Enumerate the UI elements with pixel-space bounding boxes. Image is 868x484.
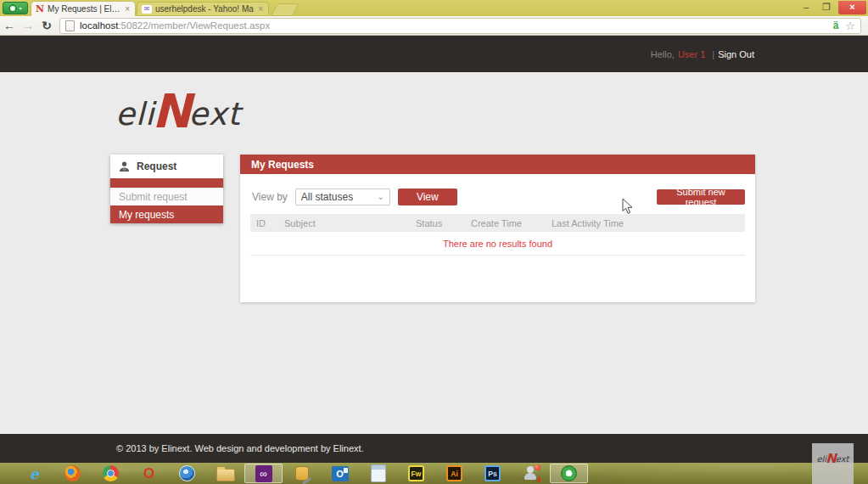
- ai-glyph: Ai: [446, 465, 462, 481]
- browser-toolbar: ← → ↻ localhost :50822/member/ViewReques…: [0, 16, 868, 36]
- column-header-create-time: Create Time: [465, 218, 546, 228]
- minimize-button[interactable]: –: [796, 1, 816, 14]
- empty-results-message: There are no results found: [443, 239, 552, 249]
- wm-text: ext: [836, 454, 849, 464]
- column-header-id: ID: [250, 218, 278, 228]
- filter-controls: View by All statuses ⌄ View Submit new r…: [252, 189, 745, 205]
- close-button[interactable]: ×: [838, 1, 866, 14]
- taskbar: e O ∞ O Fw Ai Ps 4 ▴: [0, 463, 868, 484]
- sign-out-link[interactable]: Sign Out: [718, 49, 754, 59]
- opera-icon[interactable]: O: [130, 463, 168, 484]
- wm-accent: N: [826, 451, 837, 466]
- calculator-icon[interactable]: [359, 463, 397, 484]
- divider: |: [712, 49, 714, 59]
- window-controls: – ❐ ×: [796, 0, 866, 14]
- logo-text: eli: [115, 96, 154, 132]
- firefox-icon[interactable]: [53, 463, 92, 484]
- screen: ▾ N My Requests | Eli HelpDes × ✉ userhe…: [0, 0, 868, 484]
- restore-button[interactable]: ❐: [816, 1, 837, 14]
- watermark-logo: eliNext: [812, 449, 854, 465]
- logo-accent: N: [152, 84, 191, 138]
- mouse-cursor: [622, 198, 634, 215]
- chrome-glyph: [103, 465, 119, 481]
- person-glyph: 4: [524, 465, 539, 481]
- url-path: :50822/member/ViewRequest.aspx: [118, 20, 270, 31]
- sidebar-item-label: Submit request: [119, 191, 188, 203]
- empty-results-row: There are no results found: [250, 232, 745, 256]
- column-header-subject: Subject: [278, 218, 410, 228]
- tab-title: userhelpdesk - Yahoo! Ma: [155, 4, 254, 14]
- copyright-text: © 2013 by Elinext. Web design and develo…: [0, 434, 868, 463]
- forward-icon[interactable]: →: [19, 19, 37, 32]
- visual-studio-icon[interactable]: ∞: [244, 464, 283, 483]
- sidebar-item-submit-request[interactable]: Submit request: [110, 188, 223, 205]
- sidebar-red-divider: [110, 178, 223, 188]
- ps-glyph: Ps: [484, 465, 501, 481]
- folder-glyph: [216, 469, 235, 481]
- url-host: localhost: [80, 20, 118, 31]
- illustrator-icon[interactable]: Ai: [435, 463, 473, 484]
- sidebar-header-request[interactable]: Request: [110, 155, 223, 178]
- column-header-last-activity: Last Activity Time: [546, 218, 745, 228]
- my-requests-panel: My Requests View by All statuses ⌄ View …: [240, 155, 755, 302]
- taskbar-icons: e O ∞ O Fw Ai Ps 4: [15, 463, 588, 484]
- elinext-logo[interactable]: eliNext: [115, 82, 241, 136]
- username-link[interactable]: User 1: [678, 49, 705, 59]
- green-browser-logo-icon: [8, 4, 17, 13]
- photoshop-icon[interactable]: Ps: [473, 463, 512, 484]
- translate-icon[interactable]: ä: [833, 20, 839, 31]
- chevron-down-icon: ⌄: [377, 193, 384, 201]
- person-icon: [119, 161, 130, 172]
- logo-text: ext: [188, 96, 241, 132]
- new-tab-button[interactable]: [271, 3, 300, 16]
- page-icon: [65, 20, 75, 31]
- sidebar-item-my-requests[interactable]: My requests: [110, 205, 223, 223]
- user-line: Hello, User 1 | Sign Out: [651, 36, 754, 72]
- green-browser-glyph: [561, 465, 577, 481]
- tab-close-icon[interactable]: ×: [257, 4, 264, 14]
- chevron-down-icon: ▾: [19, 6, 21, 11]
- chrome-icon[interactable]: [92, 463, 130, 484]
- tab-my-requests[interactable]: N My Requests | Eli HelpDes ×: [31, 2, 135, 16]
- tab-close-icon[interactable]: ×: [124, 4, 131, 14]
- tab-title: My Requests | Eli HelpDes: [48, 4, 120, 14]
- tab-yahoo-mail[interactable]: ✉ userhelpdesk - Yahoo! Ma ×: [137, 2, 269, 16]
- results-table: ID Subject Status Create Time Last Activ…: [250, 214, 745, 256]
- elinext-watermark: eliNext: [812, 443, 854, 484]
- reload-icon[interactable]: ↻: [37, 19, 56, 32]
- bookmark-star-icon[interactable]: ☆: [845, 20, 855, 32]
- browser-tab-strip: ▾ N My Requests | Eli HelpDes × ✉ userhe…: [0, 0, 868, 16]
- view-button[interactable]: View: [398, 189, 457, 205]
- helpdesk-favicon: N: [36, 3, 44, 14]
- badge-count: 4: [536, 476, 540, 484]
- submit-new-request-button[interactable]: Submit new request: [657, 189, 745, 205]
- greeting-text: Hello,: [651, 49, 675, 59]
- outlook-icon[interactable]: O: [321, 463, 359, 484]
- internet-explorer-icon[interactable]: e: [15, 463, 53, 484]
- green-browser-taskbar-icon[interactable]: [550, 464, 588, 483]
- outlook-glyph: O: [332, 466, 349, 481]
- address-bar[interactable]: localhost :50822/member/ViewRequest.aspx…: [59, 18, 861, 34]
- sql-management-studio-icon[interactable]: [283, 463, 321, 484]
- messenger-icon[interactable]: 4: [512, 463, 550, 484]
- sidebar-header-label: Request: [137, 160, 176, 172]
- firefox-glyph: [64, 465, 81, 481]
- safari-icon[interactable]: [168, 463, 206, 484]
- table-header-row: ID Subject Status Create Time Last Activ…: [250, 214, 745, 232]
- back-icon[interactable]: ←: [0, 19, 19, 32]
- vs-glyph: ∞: [255, 465, 272, 482]
- fireworks-icon[interactable]: Fw: [397, 463, 435, 484]
- database-glyph: [295, 466, 309, 481]
- file-explorer-icon[interactable]: [206, 463, 244, 484]
- calculator-glyph: [371, 464, 386, 482]
- browser-app-button[interactable]: ▾: [3, 2, 28, 14]
- ie-glyph: e: [30, 465, 39, 482]
- view-by-label: View by: [252, 191, 288, 203]
- status-filter-select[interactable]: All statuses ⌄: [295, 189, 390, 205]
- page-footer: © 2013 by Elinext. Web design and develo…: [0, 434, 868, 463]
- safari-glyph: [179, 465, 195, 481]
- sidebar: Request Submit request My requests: [110, 155, 223, 223]
- panel-title: My Requests: [240, 155, 755, 174]
- column-header-status: Status: [410, 218, 465, 228]
- opera-glyph: O: [143, 465, 154, 482]
